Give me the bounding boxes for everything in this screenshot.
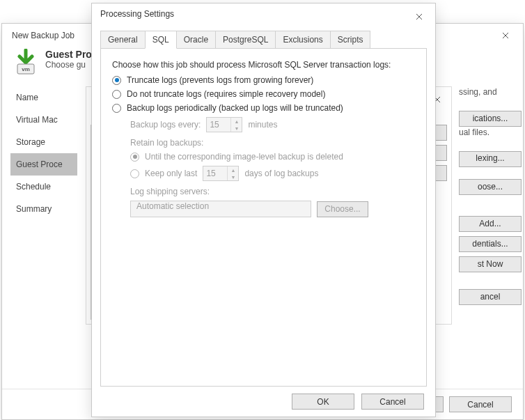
nav-item-summary[interactable]: Summary bbox=[10, 198, 77, 220]
choose-button: Choose... bbox=[317, 201, 368, 217]
log-shipping-input: Automatic selection bbox=[130, 201, 311, 217]
radio-truncate-label: Truncate logs (prevents logs from growin… bbox=[127, 75, 313, 85]
chevron-up-icon: ▲ bbox=[228, 166, 238, 173]
keep-last-input bbox=[203, 169, 227, 178]
panel-cancel-button[interactable]: ancel bbox=[459, 289, 522, 305]
chevron-down-icon[interactable]: ▼ bbox=[231, 125, 242, 132]
keep-last-spinner: ▲▼ bbox=[203, 166, 239, 181]
backup-every-unit: minutes bbox=[248, 120, 277, 130]
test-now-button[interactable]: st Now bbox=[459, 256, 522, 272]
tab-postgresql[interactable]: PostgreSQL bbox=[215, 31, 276, 49]
tab-oracle[interactable]: Oracle bbox=[176, 31, 216, 49]
nav-item-guest[interactable]: Guest Proce bbox=[10, 153, 77, 176]
radio-retain-until-backup bbox=[130, 153, 139, 162]
svg-text:vm: vm bbox=[22, 66, 30, 72]
tab-body-sql: Choose how this job should process Micro… bbox=[100, 48, 427, 387]
credentials-add-button[interactable]: Add... bbox=[459, 216, 522, 232]
wizard-window-title: New Backup Job bbox=[8, 28, 79, 43]
nav-item-schedule[interactable]: Schedule bbox=[10, 176, 77, 198]
radio-keep-last bbox=[130, 169, 139, 178]
wizard-step-title: Guest Pro bbox=[45, 49, 92, 60]
cancel-button[interactable]: Cancel bbox=[361, 394, 424, 410]
nav-item-storage[interactable]: Storage bbox=[10, 131, 77, 153]
keep-last-suffix: days of log backups bbox=[244, 169, 318, 178]
dialog-title: Processing Settings bbox=[100, 9, 174, 19]
keep-last-prefix: Keep only last bbox=[145, 169, 197, 178]
chevron-up-icon[interactable]: ▲ bbox=[231, 118, 242, 125]
dialog-close-icon[interactable] bbox=[407, 9, 431, 24]
nav-item-name[interactable]: Name bbox=[10, 86, 77, 109]
retain-label: Retain log backups: bbox=[130, 138, 415, 148]
nav-item-vm[interactable]: Virtual Mac bbox=[10, 109, 77, 131]
wizard-cancel-button[interactable]: Cancel bbox=[449, 396, 512, 412]
close-icon[interactable] bbox=[494, 28, 517, 43]
wizard-nav: Name Virtual Mac Storage Guest Proce Sch… bbox=[10, 86, 77, 325]
processing-settings-dialog: Processing Settings General SQL Oracle P… bbox=[91, 3, 436, 417]
radio-no-truncate[interactable] bbox=[112, 90, 121, 99]
radio-truncate[interactable] bbox=[112, 76, 121, 85]
backup-every-label: Backup logs every: bbox=[130, 120, 201, 130]
tab-exclusions[interactable]: Exclusions bbox=[275, 31, 330, 49]
radio-retain-until-backup-label: Until the corresponding image-level back… bbox=[145, 152, 343, 162]
sql-intro-text: Choose how this job should process Micro… bbox=[112, 60, 415, 70]
tab-strip: General SQL Oracle PostgreSQL Exclusions… bbox=[100, 31, 427, 49]
choose-button-right[interactable]: oose... bbox=[459, 179, 522, 195]
chevron-down-icon: ▼ bbox=[228, 173, 238, 180]
credentials-button[interactable]: dentials... bbox=[459, 236, 522, 252]
radio-backup-periodic[interactable] bbox=[112, 104, 121, 113]
desc-text: ssing, and ications... ual files. lexing… bbox=[459, 86, 515, 195]
applications-button[interactable]: ications... bbox=[459, 111, 522, 127]
tab-scripts[interactable]: Scripts bbox=[330, 31, 371, 49]
wizard-step-icon: vm bbox=[12, 49, 40, 77]
ok-button[interactable]: OK bbox=[292, 394, 354, 410]
backup-every-input[interactable] bbox=[207, 120, 230, 130]
log-shipping-label: Log shipping servers: bbox=[130, 187, 415, 196]
tab-sql[interactable]: SQL bbox=[145, 31, 177, 49]
radio-no-truncate-label: Do not truncate logs (requires simple re… bbox=[127, 89, 325, 99]
radio-backup-periodic-label: Backup logs periodically (backed up logs… bbox=[127, 103, 343, 113]
indexing-button[interactable]: lexing... bbox=[459, 151, 522, 167]
wizard-step-subtitle: Choose gu bbox=[45, 60, 92, 70]
tab-general[interactable]: General bbox=[100, 31, 146, 49]
backup-every-spinner[interactable]: ▲▼ bbox=[206, 117, 242, 132]
